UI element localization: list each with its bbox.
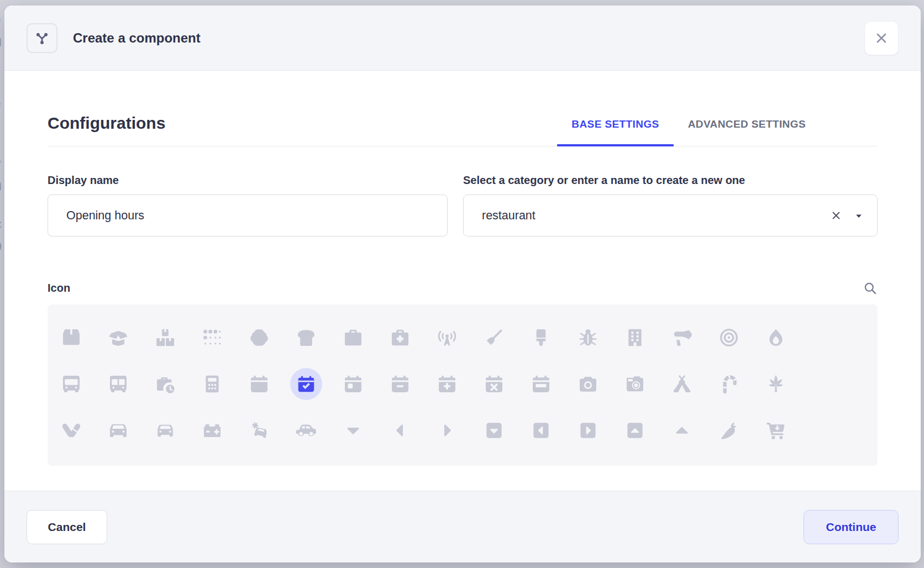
car-side-icon[interactable] xyxy=(282,407,329,454)
calendar-plus-icon[interactable] xyxy=(423,361,470,407)
briefcase-icon[interactable] xyxy=(329,314,376,361)
modal-body: Configurations BASE SETTINGS ADVANCED SE… xyxy=(4,71,921,491)
icon-picker-panel xyxy=(48,304,878,466)
background-text-fragment: b xyxy=(0,236,2,255)
braille-icon[interactable] xyxy=(188,314,235,361)
campground-icon[interactable] xyxy=(658,361,705,407)
icon-label: Icon xyxy=(48,282,70,294)
component-icon xyxy=(27,23,57,53)
caret-square-left-icon[interactable] xyxy=(517,407,564,454)
bullhorn-icon[interactable] xyxy=(658,314,705,361)
page-title: Configurations xyxy=(48,114,165,133)
caret-down-icon[interactable] xyxy=(854,211,864,220)
selected-icon-circle xyxy=(290,368,322,400)
candy-cane-icon[interactable] xyxy=(705,361,752,407)
caret-right-icon[interactable] xyxy=(423,407,470,454)
car-icon[interactable] xyxy=(95,407,141,454)
car-alt-icon[interactable] xyxy=(141,407,188,454)
calendar-icon[interactable] xyxy=(235,361,282,407)
bug-icon[interactable] xyxy=(564,314,611,361)
caret-square-up-icon[interactable] xyxy=(611,407,658,454)
calendar-minus-icon[interactable] xyxy=(376,361,423,407)
caret-down-icon[interactable] xyxy=(329,407,376,454)
capsules-icon[interactable] xyxy=(48,407,95,454)
background-text-fragment: n xyxy=(0,175,2,194)
modal-title: Create a component xyxy=(73,30,201,46)
continue-button[interactable]: Continue xyxy=(804,510,899,544)
calendar-check-icon[interactable] xyxy=(282,361,329,407)
cancel-button[interactable]: Cancel xyxy=(27,510,107,544)
car-crash-icon[interactable] xyxy=(235,407,282,454)
clear-x-icon[interactable] xyxy=(830,209,843,222)
close-icon[interactable] xyxy=(864,21,899,55)
business-time-icon[interactable] xyxy=(141,361,188,407)
building-icon[interactable] xyxy=(611,314,658,361)
camera-retro-icon[interactable] xyxy=(611,361,658,407)
icon-section-header: Icon xyxy=(48,281,878,296)
cannabis-icon[interactable] xyxy=(752,361,799,407)
settings-tabs: BASE SETTINGS ADVANCED SETTINGS xyxy=(557,118,878,146)
background-text-fragment: y xyxy=(0,155,1,173)
background-text-fragment: n xyxy=(0,31,2,50)
page-behind-modal: entiertynt=bt xyxy=(0,0,4,568)
background-text-fragment: e xyxy=(0,10,1,29)
icon-grid xyxy=(48,314,878,454)
category-label: Select a category or enter a name to cre… xyxy=(463,174,878,187)
calculator-icon[interactable] xyxy=(188,361,235,407)
bus-icon[interactable] xyxy=(48,361,95,407)
caret-up-icon[interactable] xyxy=(658,407,705,454)
calendar-times-icon[interactable] xyxy=(470,361,517,407)
modal-footer: Cancel Continue xyxy=(4,491,921,562)
briefcase-medical-icon[interactable] xyxy=(376,314,423,361)
burn-icon[interactable] xyxy=(752,314,799,361)
bread-slice-icon[interactable] xyxy=(282,314,329,361)
broom-icon[interactable] xyxy=(470,314,517,361)
modal-header: Create a component xyxy=(4,6,921,71)
search-icon[interactable] xyxy=(863,281,878,296)
config-header-row: Configurations BASE SETTINGS ADVANCED SE… xyxy=(48,71,878,146)
tab-advanced-settings[interactable]: ADVANCED SETTINGS xyxy=(674,118,820,146)
cart-arrow-down-icon[interactable] xyxy=(752,407,799,454)
caret-square-right-icon[interactable] xyxy=(564,407,611,454)
broadcast-tower-icon[interactable] xyxy=(423,314,470,361)
background-text-fragment: e xyxy=(0,94,1,113)
calendar-day-icon[interactable] xyxy=(329,361,376,407)
box-open-icon[interactable] xyxy=(95,314,141,361)
form-row: Display name Select a category or enter … xyxy=(48,174,878,236)
brain-icon[interactable] xyxy=(235,314,282,361)
camera-icon[interactable] xyxy=(564,361,611,407)
category-select[interactable]: restaurant xyxy=(463,194,878,236)
display-name-label: Display name xyxy=(48,174,448,187)
category-value: restaurant xyxy=(482,209,536,223)
bus-alt-icon[interactable] xyxy=(95,361,141,407)
create-component-modal: Create a component Configurations BASE S… xyxy=(4,6,921,562)
carrot-icon[interactable] xyxy=(705,407,752,454)
box-icon[interactable] xyxy=(48,314,95,361)
background-text-fragment: = xyxy=(0,215,2,234)
brush-icon[interactable] xyxy=(517,314,564,361)
display-name-input[interactable] xyxy=(48,194,448,236)
calendar-week-icon[interactable] xyxy=(517,361,564,407)
caret-left-icon[interactable] xyxy=(376,407,423,454)
car-battery-icon[interactable] xyxy=(188,407,235,454)
bullseye-icon[interactable] xyxy=(705,314,752,361)
boxes-icon[interactable] xyxy=(141,314,188,361)
tab-base-settings[interactable]: BASE SETTINGS xyxy=(557,118,673,146)
caret-square-down-icon[interactable] xyxy=(470,407,517,454)
